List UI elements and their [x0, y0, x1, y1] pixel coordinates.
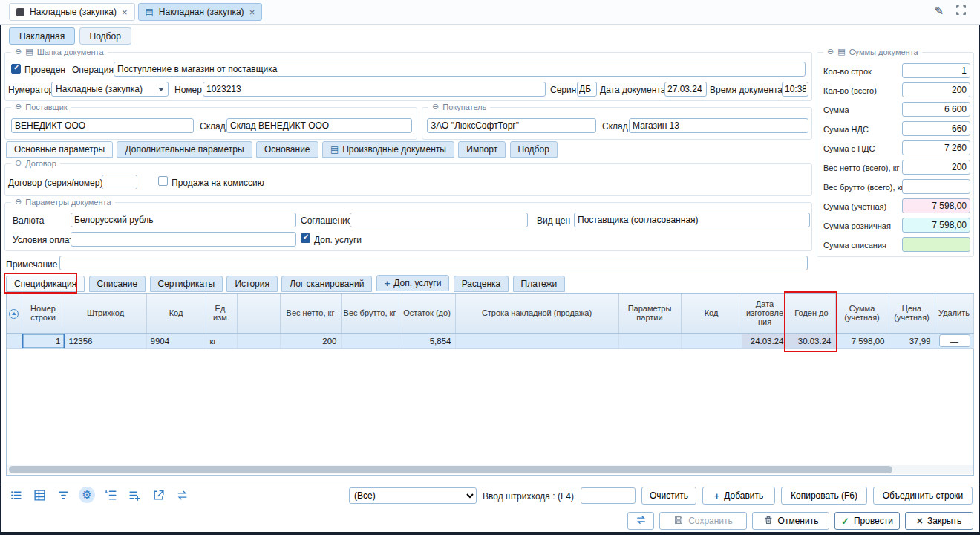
col-header[interactable]: Параметры партии	[618, 294, 681, 333]
save-button[interactable]: Сохранить	[659, 512, 747, 530]
barcode-input[interactable]	[581, 487, 636, 504]
clear-button[interactable]: Очистить	[641, 487, 696, 505]
cell-nomer-stroki[interactable]: 1	[22, 333, 65, 348]
tab-dop-uslugi[interactable]: Доп. услуги	[376, 275, 450, 291]
rows-filter-select[interactable]: (Все)	[349, 487, 477, 504]
row-selector-cell[interactable]	[7, 333, 22, 348]
collapse-icon[interactable]	[827, 47, 834, 56]
merge-rows-button[interactable]: Объединить строки	[873, 487, 973, 505]
col-header[interactable]: Цена (учетная)	[889, 294, 935, 333]
swap-columns-icon[interactable]	[174, 487, 190, 503]
sort-icon[interactable]	[9, 309, 19, 319]
sum-value-summa-nds[interactable]	[902, 121, 970, 136]
close-icon[interactable]	[122, 7, 128, 18]
doc-date-input[interactable]	[664, 82, 707, 97]
col-header[interactable]: Вес нетто, кг	[280, 294, 341, 333]
note-input[interactable]	[59, 256, 808, 270]
sum-value-spisaniya[interactable]	[902, 237, 970, 252]
sum-value-summa-s-nds[interactable]	[902, 140, 970, 155]
copy-button[interactable]: Копировать (F6)	[781, 487, 867, 505]
price-type-input[interactable]	[574, 213, 810, 227]
contract-input[interactable]	[102, 175, 137, 189]
col-header[interactable]: Номер строки	[22, 294, 65, 333]
tab-podbor2[interactable]: Подбор	[510, 141, 558, 158]
horizontal-scrollbar-thumb[interactable]	[9, 466, 892, 473]
cell-parametry-partii[interactable]	[618, 333, 681, 348]
col-header[interactable]	[237, 294, 280, 333]
payment-terms-input[interactable]	[71, 232, 296, 247]
collapse-icon[interactable]	[15, 102, 22, 111]
supplier-input[interactable]	[11, 118, 194, 133]
ordered-list-icon[interactable]	[102, 487, 119, 503]
export-icon[interactable]	[150, 487, 166, 503]
cell-ves-brutto[interactable]	[341, 333, 399, 348]
supplier-sklad-input[interactable]	[226, 118, 412, 133]
collapse-icon[interactable]	[432, 102, 439, 111]
tab-log-skanirovaniy[interactable]: Лог сканирований	[281, 276, 372, 292]
tab-import[interactable]: Импорт	[458, 141, 506, 158]
cell-cena-uchetnaya[interactable]: 37,99	[889, 333, 935, 348]
sum-value-kol-vo-vsego[interactable]	[902, 82, 970, 97]
col-header[interactable]: Код	[146, 294, 206, 333]
collapse-icon[interactable]	[15, 197, 22, 207]
cell-blank[interactable]	[237, 333, 280, 348]
cell-kod[interactable]: 9904	[146, 333, 206, 348]
add-row-button[interactable]: Добавить	[702, 487, 775, 505]
doc-time-input[interactable]	[782, 82, 808, 97]
tab-osnovnye-parametry[interactable]: Основные параметры	[6, 141, 113, 158]
table-row[interactable]: 1 12356 9904 кг 200 5,854 24.03.24 30.03…	[7, 333, 973, 348]
tab-spisanie[interactable]: Списание	[89, 276, 146, 292]
tab-dopolnitelnye-parametry[interactable]: Дополнительные параметры	[117, 141, 252, 158]
cell-ves-netto[interactable]: 200	[280, 333, 341, 348]
col-header[interactable]: Строка накладной (продажа)	[455, 294, 618, 333]
tab-proizvodnye-dokumenty[interactable]: Производные документы	[322, 141, 454, 158]
settings-gear-icon[interactable]	[79, 487, 95, 503]
add-rows-icon[interactable]	[126, 487, 143, 503]
tab-invoice-document[interactable]: Накладная (закупка)	[138, 3, 263, 21]
sum-value-ves-netto[interactable]	[902, 160, 970, 175]
agreement-input[interactable]	[350, 213, 528, 227]
sum-value-summa[interactable]	[902, 102, 970, 117]
cell-shtrihkod[interactable]: 12356	[65, 333, 146, 348]
grid-view-icon[interactable]	[31, 487, 48, 503]
cell-ostatok[interactable]: 5,854	[399, 333, 455, 348]
col-header[interactable]: Вес брутто, кг	[341, 294, 399, 333]
col-header[interactable]: Дата изготовления	[742, 294, 788, 333]
horizontal-scrollbar[interactable]	[7, 465, 973, 474]
extra-services-checkbox[interactable]	[301, 233, 310, 243]
col-header[interactable]: Код	[681, 294, 742, 333]
tab-osnovanie[interactable]: Основание	[256, 141, 318, 158]
sum-value-uchetnaya[interactable]	[902, 198, 970, 213]
currency-input[interactable]	[71, 213, 296, 227]
number-input[interactable]	[203, 82, 546, 97]
tab-rascenka[interactable]: Расценка	[454, 276, 509, 292]
tab-podbor[interactable]: Подбор	[79, 27, 131, 45]
col-header-goden-do[interactable]: Годен до	[788, 294, 835, 333]
tab-platezhi[interactable]: Платежи	[513, 276, 566, 292]
col-header[interactable]: Сумма (учетная)	[835, 294, 889, 333]
collapse-icon[interactable]	[15, 47, 22, 56]
cell-summa-uchetnaya[interactable]: 7 598,00	[835, 333, 889, 348]
col-header[interactable]: Ед. изм.	[206, 294, 237, 333]
refresh-button[interactable]	[627, 512, 654, 530]
cell-ed-izm[interactable]: кг	[206, 333, 237, 348]
operation-input[interactable]	[114, 62, 806, 77]
maximize-icon[interactable]	[956, 4, 967, 18]
tab-sertifikaty[interactable]: Сертификаты	[150, 276, 223, 292]
col-header[interactable]: Удалить	[935, 294, 973, 333]
numbered-list-icon[interactable]	[7, 487, 24, 503]
tab-nakladnaya[interactable]: Накладная	[9, 27, 75, 45]
collapse-icon[interactable]	[15, 158, 22, 168]
tab-invoices-list[interactable]: Накладные (закупка)	[9, 3, 135, 21]
edit-pencil-icon[interactable]	[934, 4, 944, 18]
delete-row-button[interactable]: —	[939, 334, 970, 347]
buyer-sklad-input[interactable]	[629, 118, 808, 133]
close-icon[interactable]	[249, 7, 255, 18]
cell-goden-do[interactable]: 30.03.24	[788, 333, 835, 348]
cell-stroka-nakladnoy[interactable]	[455, 333, 618, 348]
filter-icon[interactable]	[55, 487, 71, 503]
col-header[interactable]: Остаток (до)	[399, 294, 455, 333]
buyer-input[interactable]	[427, 118, 596, 133]
proveden-checkbox[interactable]	[11, 64, 21, 74]
tab-specifikaciya[interactable]: Спецификация	[6, 276, 85, 292]
